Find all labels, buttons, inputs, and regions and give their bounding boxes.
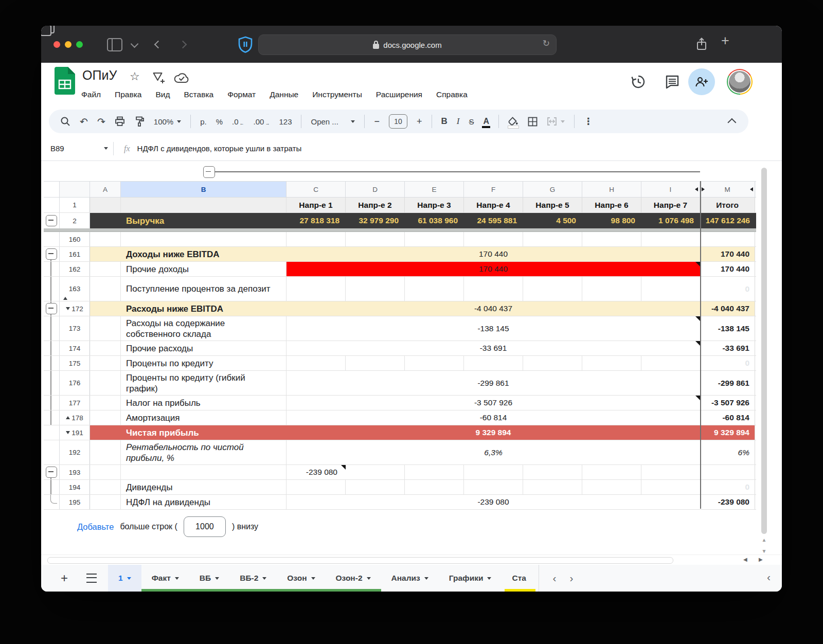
- cell[interactable]: [90, 213, 121, 228]
- comments-icon[interactable]: [665, 74, 680, 90]
- cell[interactable]: -239 080: [700, 495, 755, 509]
- sheet-tab-grafiki[interactable]: Графики: [439, 565, 502, 592]
- zoom-window-button[interactable]: [76, 41, 83, 48]
- close-window-button[interactable]: [53, 41, 60, 48]
- scroll-up-icon[interactable]: ▲: [761, 537, 767, 543]
- cell[interactable]: 0: [700, 480, 755, 494]
- horizontal-scrollbar-thumb[interactable]: [47, 557, 673, 564]
- row-group-collapse-button[interactable]: [46, 248, 57, 260]
- tab-menu-icon[interactable]: [215, 577, 219, 580]
- cell[interactable]: [90, 262, 121, 276]
- cell[interactable]: -4 040 437: [700, 301, 755, 316]
- collapsed-group-icon[interactable]: [66, 431, 70, 434]
- vertical-scrollbar-thumb[interactable]: [761, 168, 767, 534]
- currency-format-button[interactable]: р.: [200, 117, 207, 126]
- menu-tools[interactable]: Инструменты: [312, 90, 362, 99]
- menu-edit[interactable]: Правка: [115, 90, 141, 99]
- row-header[interactable]: 163: [59, 277, 90, 301]
- reload-icon[interactable]: ↻: [543, 38, 550, 49]
- row-header[interactable]: 2: [59, 213, 90, 228]
- sheet-tab-fact[interactable]: Факт: [141, 565, 189, 592]
- cell[interactable]: [700, 465, 755, 479]
- cell[interactable]: Расходы ниже EBITDA: [121, 301, 287, 316]
- text-color-button[interactable]: A: [483, 117, 489, 126]
- column-group-collapse-button[interactable]: [203, 166, 215, 178]
- cell[interactable]: [90, 371, 121, 395]
- sheet-tab-vb2[interactable]: ВБ-2: [229, 565, 277, 592]
- cloud-status-icon[interactable]: [174, 73, 189, 83]
- forward-icon[interactable]: [179, 41, 187, 49]
- cell[interactable]: 0: [700, 356, 755, 370]
- hidden-rows-icon[interactable]: [63, 297, 67, 300]
- cell[interactable]: [90, 356, 121, 370]
- cell[interactable]: [90, 247, 121, 261]
- menu-extensions[interactable]: Расширения: [376, 90, 422, 99]
- menu-insert[interactable]: Вставка: [184, 90, 214, 99]
- vertical-scrollbar[interactable]: ▲ ▼: [760, 165, 768, 561]
- sheet-tab-ozon2[interactable]: Озон-2: [326, 565, 381, 592]
- history-icon[interactable]: [631, 74, 646, 90]
- font-select[interactable]: Open ...: [311, 117, 355, 126]
- cell[interactable]: Прочие расходы: [121, 341, 287, 355]
- merged-cell[interactable]: -60 814: [287, 410, 700, 425]
- address-bar[interactable]: docs.google.com ↻: [258, 34, 557, 55]
- move-icon[interactable]: [152, 71, 166, 84]
- minimize-window-button[interactable]: [65, 41, 71, 48]
- scroll-right-icon[interactable]: ▶: [759, 557, 763, 562]
- italic-button[interactable]: I: [457, 116, 460, 127]
- hidden-rows-icon[interactable]: [66, 416, 70, 419]
- cell[interactable]: [121, 198, 287, 212]
- cells[interactable]: [287, 232, 700, 246]
- cell[interactable]: 6%: [700, 440, 755, 464]
- decrease-decimals-button[interactable]: .0←: [232, 117, 244, 126]
- add-rows-count-input[interactable]: [184, 516, 226, 537]
- merged-cell[interactable]: 6,3%: [287, 440, 700, 464]
- row-header[interactable]: 162: [59, 262, 90, 276]
- cell[interactable]: Напр-е 7: [641, 198, 700, 212]
- sheet-tab-vb[interactable]: ВБ: [189, 565, 229, 592]
- column-header-C[interactable]: C: [287, 182, 346, 197]
- tab-menu-icon[interactable]: [127, 577, 131, 580]
- cell[interactable]: 0: [700, 277, 755, 301]
- avatar[interactable]: [727, 69, 753, 95]
- cell[interactable]: 9 329 894: [700, 425, 755, 440]
- menu-data[interactable]: Данные: [270, 90, 298, 99]
- undo-icon[interactable]: ↶: [80, 116, 88, 128]
- cell[interactable]: Поступление процентов за депозит: [121, 277, 287, 301]
- merged-cell[interactable]: -33 691: [287, 341, 700, 355]
- cell[interactable]: НДФЛ на дивиденды: [121, 495, 287, 509]
- tab-overview-icon[interactable]: [41, 26, 43, 35]
- more-options-icon[interactable]: ⋮: [584, 116, 594, 127]
- merged-cell[interactable]: -138 145: [287, 316, 700, 341]
- tab-menu-icon[interactable]: [175, 577, 179, 580]
- cell[interactable]: Расходы на содержание собственного склад…: [121, 316, 287, 341]
- cell[interactable]: 32 979 290: [346, 213, 405, 228]
- cell[interactable]: 98 800: [582, 213, 641, 228]
- row-header[interactable]: 194: [59, 480, 90, 494]
- hide-toolbar-icon[interactable]: [727, 118, 736, 127]
- search-icon[interactable]: [60, 116, 70, 127]
- hidden-columns-icon[interactable]: [702, 187, 705, 191]
- font-size-input[interactable]: 10: [389, 114, 407, 129]
- tabs-overflow-left-icon[interactable]: ‹: [767, 571, 771, 583]
- cell[interactable]: Амортизация: [121, 410, 287, 425]
- cell[interactable]: [90, 277, 121, 301]
- row-group-collapse-button[interactable]: [46, 303, 57, 314]
- merged-cell[interactable]: 170 440: [287, 262, 700, 276]
- cell[interactable]: Дивиденды: [121, 480, 287, 494]
- cell[interactable]: [90, 396, 121, 410]
- redo-icon[interactable]: ↷: [97, 116, 105, 128]
- cell[interactable]: -299 861: [700, 371, 755, 395]
- cells[interactable]: [287, 480, 700, 494]
- row-header[interactable]: 175: [59, 356, 90, 370]
- cell[interactable]: [90, 198, 121, 212]
- row-header[interactable]: 174: [59, 341, 90, 355]
- document-title[interactable]: ОПиУ: [82, 68, 117, 83]
- sheets-logo-icon[interactable]: [55, 67, 75, 95]
- cell[interactable]: Напр-е 1: [287, 198, 346, 212]
- row-header[interactable]: 173: [59, 316, 90, 341]
- merged-cell[interactable]: 170 440: [287, 247, 700, 261]
- row-header[interactable]: 191: [59, 425, 90, 440]
- increase-font-size-button[interactable]: +: [417, 116, 422, 127]
- horizontal-scrollbar[interactable]: ◀ ▶: [41, 554, 782, 565]
